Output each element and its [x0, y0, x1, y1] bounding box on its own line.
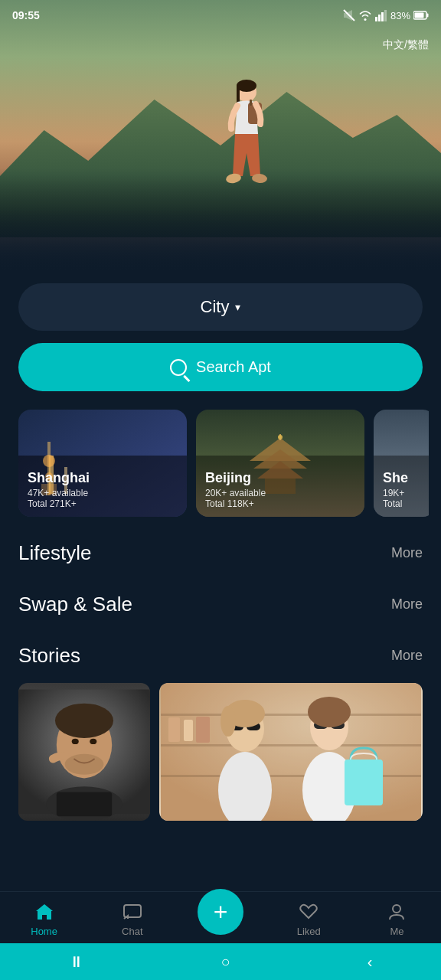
main-content: City ▾ Search Apt Shanghai 47K+ avai [0, 283, 441, 925]
hero-section: 中文/繁體 [0, 0, 441, 283]
city-card-shenyang[interactable]: She 19K+ Total [374, 410, 429, 517]
bottom-nav: Home Chat + Liked Me [0, 891, 441, 943]
shanghai-total: Total 271K+ [28, 498, 90, 509]
nav-chat-label: Chat [122, 926, 142, 937]
lifestyle-title: Lifestyle [18, 541, 91, 565]
svg-rect-3 [381, 12, 384, 21]
signal-icon [375, 9, 387, 21]
story-card-man[interactable] [18, 683, 150, 821]
swap-sale-section-header: Swap & Sale More [12, 580, 429, 632]
nav-home[interactable]: Home [0, 901, 88, 937]
beijing-name: Beijing [205, 470, 266, 486]
svg-rect-54 [345, 760, 383, 805]
android-nav-bar: ⏸ ○ ‹ [0, 943, 441, 980]
svg-rect-6 [427, 14, 429, 18]
story-card-women[interactable] [159, 683, 423, 821]
stories-title: Stories [18, 644, 80, 668]
svg-point-56 [393, 905, 400, 913]
women-portrait [159, 683, 423, 821]
shanghai-name: Shanghai [28, 470, 90, 486]
city-arrow: ▾ [235, 301, 240, 313]
nav-me[interactable]: Me [353, 901, 441, 937]
android-pause-btn[interactable]: ⏸ [51, 947, 103, 977]
battery-icon [413, 10, 429, 21]
nav-liked-label: Liked [297, 926, 321, 937]
svg-rect-10 [237, 84, 240, 103]
svg-rect-55 [124, 905, 141, 917]
svg-rect-1 [375, 17, 377, 21]
shanghai-info: Shanghai 47K+ available Total 271K+ [28, 470, 90, 509]
walking-person [208, 77, 277, 207]
man-story-bg [18, 683, 150, 821]
women-story-bg [159, 683, 423, 821]
swap-sale-title: Swap & Sale [18, 593, 132, 616]
city-cards-container: Shanghai 47K+ available Total 271K+ [12, 410, 429, 529]
mute-icon [343, 9, 355, 21]
wifi-icon [358, 9, 372, 21]
svg-point-28 [72, 739, 79, 744]
beijing-total: Total 118K+ [205, 498, 266, 509]
stories-more[interactable]: More [391, 648, 423, 664]
beijing-bg: Beijing 20K+ available Total 118K+ [196, 410, 364, 517]
shenyang-info: She 19K+ Total [383, 470, 408, 509]
shanghai-bg: Shanghai 47K+ available Total 271K+ [18, 410, 187, 517]
nav-me-label: Me [390, 926, 403, 937]
android-back-btn[interactable]: ‹ [349, 947, 391, 977]
status-right: 83% [343, 9, 429, 21]
svg-rect-22 [265, 479, 296, 494]
stories-grid [12, 683, 429, 833]
svg-rect-12 [250, 100, 252, 106]
svg-point-16 [43, 455, 55, 467]
svg-rect-2 [378, 15, 381, 21]
svg-point-27 [55, 704, 113, 738]
shanghai-available: 47K+ available [28, 488, 90, 498]
search-button-label: Search Apt [196, 358, 271, 376]
search-icon [170, 359, 187, 376]
chat-icon [122, 901, 143, 923]
shenyang-bg: She 19K+ Total [374, 410, 429, 517]
lifestyle-more[interactable]: More [391, 545, 423, 561]
city-card-beijing[interactable]: Beijing 20K+ available Total 118K+ [196, 410, 364, 517]
svg-rect-7 [415, 13, 424, 18]
svg-rect-38 [168, 717, 180, 742]
svg-rect-32 [57, 792, 112, 817]
android-home-btn[interactable]: ○ [203, 947, 249, 977]
language-toggle[interactable]: 中文/繁體 [383, 38, 429, 52]
search-apt-button[interactable]: Search Apt [18, 343, 423, 391]
nav-fab[interactable]: + [176, 904, 264, 935]
svg-point-30 [65, 754, 104, 775]
fab-plus-icon: + [214, 900, 228, 924]
shenyang-total: Total [383, 498, 408, 509]
beijing-available: 20K+ available [205, 488, 266, 498]
man-portrait [18, 683, 150, 821]
shenyang-available: 19K+ [383, 488, 408, 498]
svg-point-46 [220, 706, 236, 737]
svg-rect-39 [184, 720, 193, 741]
svg-point-24 [278, 435, 283, 439]
stories-section-header: Stories More [12, 632, 429, 683]
svg-rect-35 [161, 714, 421, 716]
fab-button[interactable]: + [198, 889, 243, 935]
nav-liked[interactable]: Liked [265, 901, 353, 937]
svg-rect-36 [161, 744, 421, 746]
nav-chat[interactable]: Chat [88, 901, 176, 937]
svg-point-52 [308, 697, 351, 727]
liked-icon [298, 901, 319, 923]
home-icon [34, 901, 55, 923]
nav-home-label: Home [31, 926, 57, 937]
lifestyle-section-header: Lifestyle More [12, 529, 429, 580]
city-card-shanghai[interactable]: Shanghai 47K+ available Total 271K+ [18, 410, 187, 517]
status-icons: 83% [343, 9, 429, 21]
svg-rect-4 [384, 10, 387, 21]
status-time: 09:55 [12, 9, 40, 21]
city-label: City [201, 297, 230, 317]
beijing-info: Beijing 20K+ available Total 118K+ [205, 470, 266, 509]
me-icon [386, 901, 407, 923]
city-selector[interactable]: City ▾ [18, 283, 423, 331]
svg-point-29 [90, 739, 96, 744]
battery-text: 83% [390, 10, 410, 21]
svg-rect-40 [196, 717, 210, 743]
swap-sale-more[interactable]: More [391, 596, 423, 612]
status-bar: 09:55 83% [0, 0, 441, 31]
shenyang-name: She [383, 470, 408, 486]
